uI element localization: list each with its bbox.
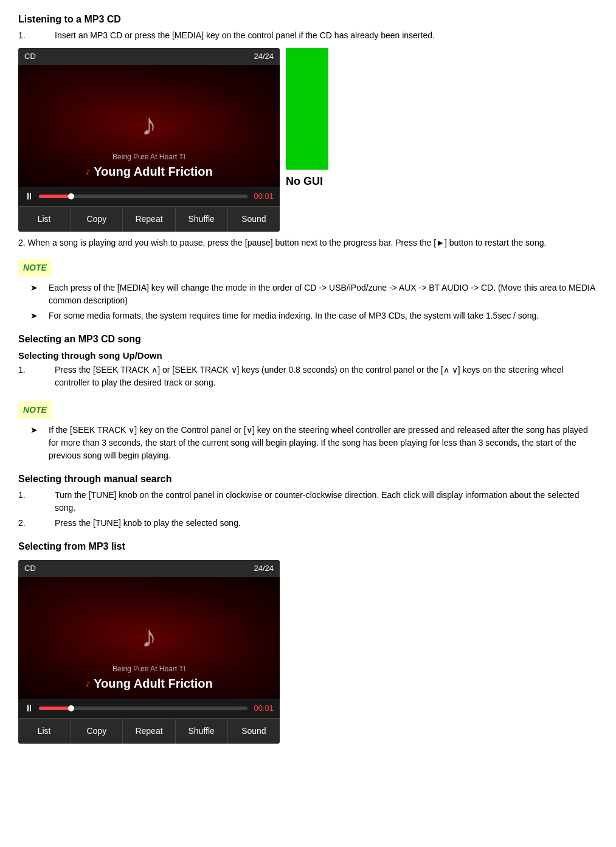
- list-button-1[interactable]: List: [18, 207, 71, 232]
- note-1-text-2: For some media formats, the system requi…: [49, 309, 539, 322]
- player-track-count-2: 24/24: [254, 562, 274, 575]
- page-content: Listening to a MP3 CD 1. Insert an MP3 C…: [18, 12, 598, 744]
- note-2-label-box: NOTE: [18, 401, 52, 419]
- manual-step-2-text: Press the [TUNE] knob to play the select…: [55, 517, 598, 530]
- step-1-num: 1.: [18, 29, 55, 42]
- note-2-label: NOTE: [23, 405, 47, 415]
- repeat-button-1[interactable]: Repeat: [123, 207, 175, 232]
- section-mp3: Selecting an MP3 CD song Selecting throu…: [18, 332, 598, 390]
- pause-button-1[interactable]: ⏸: [24, 189, 34, 204]
- progress-dot-2: [68, 705, 74, 711]
- copy-button-1[interactable]: Copy: [71, 207, 123, 232]
- section-list-title: Selecting from MP3 list: [18, 539, 598, 554]
- progress-dot-1: [68, 193, 74, 199]
- player-cd-label-2: CD: [24, 562, 36, 575]
- note-1-item-2: ➤ For some media formats, the system req…: [30, 309, 598, 322]
- sound-button-1[interactable]: Sound: [228, 207, 280, 232]
- manual-step-1: 1. Turn the [TUNE] knob on the control p…: [18, 489, 598, 514]
- note-2-item-1: ➤ If the [SEEK TRACK ∨] key on the Contr…: [30, 424, 598, 462]
- sound-button-2[interactable]: Sound: [228, 719, 280, 744]
- time-label-2: 00:01: [252, 702, 274, 714]
- note-1-content: ➤ Each press of the [MEDIA] key will cha…: [30, 282, 598, 322]
- shuffle-button-2[interactable]: Shuffle: [176, 719, 228, 744]
- manual-step-1-text: Turn the [TUNE] knob on the control pane…: [55, 489, 598, 514]
- progress-bar-1[interactable]: [39, 195, 247, 198]
- copy-button-2[interactable]: Copy: [71, 719, 123, 744]
- manual-step-2-num: 2.: [18, 517, 55, 530]
- time-label-1: 00:01: [252, 190, 274, 202]
- section-list: Selecting from MP3 list CD 24/24 ♪ Being…: [18, 539, 598, 744]
- shuffle-button-1[interactable]: Shuffle: [176, 207, 228, 232]
- player-track-count-1: 24/24: [254, 50, 274, 63]
- song-title-2: ♪ Young Adult Friction: [85, 674, 213, 693]
- repeat-button-2[interactable]: Repeat: [123, 719, 175, 744]
- section-manual: Selecting through manual search 1. Turn …: [18, 472, 598, 530]
- progress-area-2: ⏸ 00:01: [18, 699, 280, 718]
- list-button-2[interactable]: List: [18, 719, 71, 744]
- player-section-1: CD 24/24 ♪ Being Pure At Heart TI ♪ Youn…: [18, 48, 598, 232]
- note-1-label-box: NOTE: [18, 259, 52, 277]
- green-placeholder: [286, 48, 328, 170]
- page-title: Listening to a MP3 CD: [18, 12, 598, 27]
- progress-fill-2: [39, 707, 70, 710]
- player-section-2: CD 24/24 ♪ Being Pure At Heart TI ♪ Youn…: [18, 560, 598, 744]
- updown-step-1: 1. Press the [SEEK TRACK ∧] or [SEEK TRA…: [18, 364, 598, 389]
- step-1-text: Insert an MP3 CD or press the [MEDIA] ke…: [55, 29, 598, 42]
- note-arrow-3: ➤: [30, 424, 49, 462]
- player-buttons-1: List Copy Repeat Shuffle Sound: [18, 206, 280, 232]
- song-icon-1: ♪: [85, 164, 90, 179]
- note-1-item-1: ➤ Each press of the [MEDIA] key will cha…: [30, 282, 598, 307]
- note-arrow-2: ➤: [30, 309, 49, 322]
- player-cd-label-1: CD: [24, 50, 36, 63]
- music-note-icon-1: ♪: [142, 102, 157, 148]
- note-2-text-1: If the [SEEK TRACK ∨] key on the Control…: [49, 424, 598, 462]
- no-gui-section: No GUI: [286, 48, 328, 190]
- music-note-icon-2: ♪: [142, 614, 157, 660]
- progress-fill-1: [39, 195, 70, 198]
- section-updown-title: Selecting through song Up/Down: [18, 349, 598, 363]
- step-1: 1. Insert an MP3 CD or press the [MEDIA]…: [18, 29, 598, 42]
- cd-player-1: CD 24/24 ♪ Being Pure At Heart TI ♪ Youn…: [18, 48, 280, 232]
- album-subtitle-2: Being Pure At Heart TI: [112, 663, 185, 674]
- no-gui-label: No GUI: [286, 173, 323, 190]
- section-manual-title: Selecting through manual search: [18, 472, 598, 486]
- cd-player-2: CD 24/24 ♪ Being Pure At Heart TI ♪ Youn…: [18, 560, 280, 744]
- note-1: NOTE ➤ Each press of the [MEDIA] key wil…: [18, 254, 598, 322]
- player-display-2: ♪ Being Pure At Heart TI ♪ Young Adult F…: [18, 577, 280, 699]
- note-2: NOTE ➤ If the [SEEK TRACK ∨] key on the …: [18, 396, 598, 462]
- player-top-bar-1: CD 24/24: [18, 48, 280, 65]
- pause-button-2[interactable]: ⏸: [24, 701, 34, 716]
- song-title-1: ♪ Young Adult Friction: [85, 162, 213, 181]
- note-1-label: NOTE: [23, 263, 47, 272]
- player-top-bar-2: CD 24/24: [18, 560, 280, 577]
- song-icon-2: ♪: [85, 676, 90, 691]
- album-subtitle-1: Being Pure At Heart TI: [112, 151, 185, 162]
- section-mp3-title: Selecting an MP3 CD song: [18, 332, 598, 347]
- manual-step-2: 2. Press the [TUNE] knob to play the sel…: [18, 517, 598, 530]
- progress-bar-2[interactable]: [39, 707, 247, 710]
- note-1-text-1: Each press of the [MEDIA] key will chang…: [49, 282, 598, 307]
- updown-step-1-num: 1.: [18, 364, 55, 389]
- updown-step-1-text: Press the [SEEK TRACK ∧] or [SEEK TRACK …: [55, 364, 598, 389]
- progress-area-1: ⏸ 00:01: [18, 187, 280, 206]
- note-arrow-1: ➤: [30, 282, 49, 307]
- player-display-1: ♪ Being Pure At Heart TI ♪ Young Adult F…: [18, 65, 280, 187]
- note-2-content: ➤ If the [SEEK TRACK ∨] key on the Contr…: [30, 424, 598, 462]
- manual-step-1-num: 1.: [18, 489, 55, 514]
- step-2-text: 2. When a song is playing and you wish t…: [18, 237, 598, 249]
- player-buttons-2: List Copy Repeat Shuffle Sound: [18, 718, 280, 744]
